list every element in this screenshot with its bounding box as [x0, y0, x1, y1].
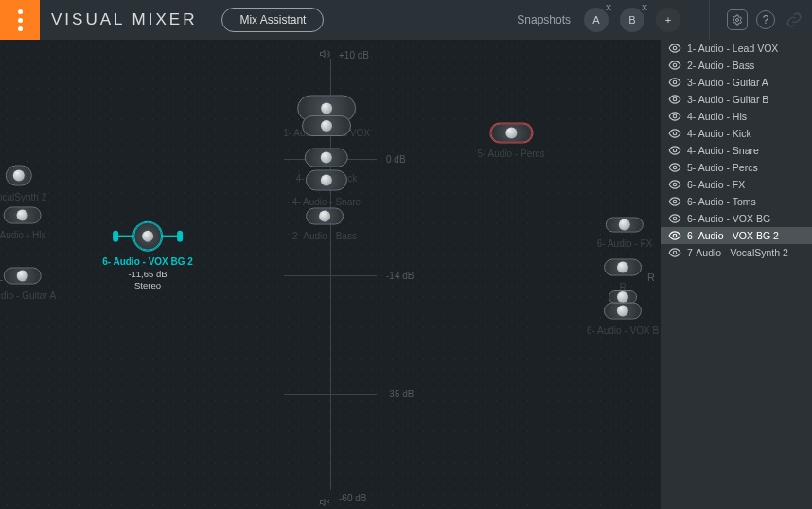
mixer-node-fx[interactable]: 6- Audio - FX: [597, 218, 652, 249]
header-bar: VISUAL MIXER Mix Assistant Snapshots A X…: [0, 0, 812, 40]
mixer-node-guitar-a[interactable]: Audio - Guitar A: [0, 268, 56, 301]
add-snapshot-button[interactable]: +: [656, 8, 680, 32]
mixer-node-label: VocalSynth 2: [0, 192, 46, 202]
visibility-toggle-icon[interactable]: [668, 178, 681, 191]
snapshot-a-close-icon[interactable]: X: [603, 2, 614, 13]
visibility-toggle-icon[interactable]: [668, 59, 681, 72]
track-name-label: 2- Audio - Bass: [687, 60, 754, 71]
track-list-panel: 1- Audio - Lead VOX2- Audio - Bass3- Aud…: [661, 40, 812, 509]
track-name-label: 4- Audio - Hls: [687, 111, 747, 122]
mixer-node-label: 2- Audio - Bass: [292, 231, 357, 241]
snapshots-label: Snapshots: [517, 13, 571, 26]
visibility-toggle-icon[interactable]: [668, 229, 681, 242]
gain-tick-label: -60 dB: [339, 493, 366, 503]
link-icon: [786, 11, 803, 28]
mixer-node-label: 4- Audio - Snare: [292, 197, 361, 207]
mixer-node-puck[interactable]: [606, 218, 644, 233]
track-name-label: 3- Audio - Guitar B: [687, 94, 768, 105]
track-list-item[interactable]: 6- Audio - VOX BG: [661, 210, 812, 227]
track-list-item[interactable]: 4- Audio - Hls: [661, 108, 812, 125]
mixer-node-puck[interactable]: [133, 222, 162, 251]
svg-point-10: [673, 166, 677, 169]
mixer-node-label: 6- Audio - VOX BG 2: [102, 256, 193, 267]
speaker-mute-icon: [318, 497, 331, 509]
track-list-item[interactable]: 3- Audio - Guitar B: [661, 91, 812, 108]
svg-point-13: [673, 217, 677, 220]
mixer-node-vox-bg-2[interactable]: 6- Audio - VOX BG 2-11,65 dBStereo: [102, 222, 193, 291]
visibility-toggle-icon[interactable]: [668, 144, 681, 157]
track-name-label: 3- Audio - Guitar A: [687, 77, 768, 88]
mixer-node-puck[interactable]: [4, 268, 42, 285]
mixer-node-puck[interactable]: [4, 207, 42, 224]
visibility-toggle-icon[interactable]: [668, 161, 681, 174]
track-list-item[interactable]: 7-Audio - VocalSynth 2: [661, 244, 812, 261]
visibility-toggle-icon[interactable]: [668, 246, 681, 259]
visibility-toggle-icon[interactable]: [668, 42, 681, 55]
mixer-node-puck[interactable]: [302, 115, 351, 136]
visibility-toggle-icon[interactable]: [668, 93, 681, 106]
track-list-item[interactable]: 2- Audio - Bass: [661, 57, 812, 74]
svg-point-4: [673, 63, 677, 67]
mixer-node-puck[interactable]: [604, 303, 642, 320]
svg-point-15: [673, 251, 677, 254]
mixer-node-vocalsynth2[interactable]: VocalSynth 2: [0, 166, 46, 202]
track-list-item[interactable]: 6- Audio - FX: [661, 176, 812, 193]
track-list-item[interactable]: 4- Audio - Kick: [661, 125, 812, 142]
mixer-node-percs[interactable]: 5- Audio - Percs: [477, 124, 544, 159]
mixer-node-puck[interactable]: [604, 259, 642, 276]
snapshot-b-button[interactable]: B X: [620, 8, 644, 32]
track-name-label: 1- Audio - Lead VOX: [687, 43, 778, 54]
mixer-node-hls[interactable]: [302, 115, 351, 138]
track-list-item[interactable]: 6- Audio - VOX BG 2: [661, 227, 812, 244]
svg-point-14: [673, 234, 677, 237]
visibility-toggle-icon[interactable]: [668, 76, 681, 89]
track-name-label: 6- Audio - VOX BG 2: [687, 230, 779, 241]
svg-point-7: [673, 114, 677, 118]
mixer-node-label: Audio - Hls: [0, 230, 45, 240]
help-button[interactable]: ?: [755, 9, 776, 30]
svg-point-9: [673, 149, 677, 152]
mix-assistant-button[interactable]: Mix Assistant: [221, 8, 324, 32]
gain-tick-label: -35 dB: [386, 389, 414, 399]
snapshot-b-close-icon[interactable]: X: [639, 2, 650, 13]
svg-point-6: [673, 97, 677, 101]
mixer-canvas[interactable]: +10 dB0 dB-14 dB-35 dB-60 dB L R 1- Audi…: [0, 40, 661, 509]
help-icon: ?: [756, 10, 775, 29]
settings-button[interactable]: [727, 9, 748, 30]
gear-icon: [732, 13, 743, 26]
svg-point-0: [736, 19, 739, 22]
track-list-item[interactable]: 5- Audio - Percs: [661, 159, 812, 176]
snapshot-a-button[interactable]: A X: [584, 8, 609, 32]
track-name-label: 7-Audio - VocalSynth 2: [687, 247, 788, 258]
stereo-width-handle[interactable]: [115, 236, 180, 237]
mixer-node-hls2[interactable]: Audio - Hls: [0, 207, 45, 240]
mixer-node-puck[interactable]: [490, 124, 532, 143]
track-list-item[interactable]: 6- Audio - Toms: [661, 193, 812, 210]
track-name-label: 6- Audio - FX: [687, 179, 745, 190]
visibility-toggle-icon[interactable]: [668, 127, 681, 140]
mixer-node-puck[interactable]: [306, 208, 344, 225]
track-list-item[interactable]: 4- Audio - Snare: [661, 142, 812, 159]
mixer-node-snare[interactable]: 4- Audio - Snare: [292, 170, 361, 207]
mixer-node-label: 6- Audio - VOX B: [587, 325, 659, 336]
mixer-node-vox-bg[interactable]: 6- Audio - VOX B: [587, 303, 659, 336]
track-list-item[interactable]: 3- Audio - Guitar A: [661, 74, 812, 91]
svg-point-11: [673, 183, 677, 186]
gain-tick-label: 0 dB: [386, 154, 406, 165]
mixer-node-r-node[interactable]: R: [604, 259, 642, 292]
mixer-node-bass[interactable]: 2- Audio - Bass: [292, 208, 357, 241]
visibility-toggle-icon[interactable]: [668, 110, 681, 123]
mixer-node-puck[interactable]: [306, 170, 347, 191]
svg-point-12: [673, 200, 677, 203]
mixer-node-puck[interactable]: [6, 166, 32, 186]
track-name-label: 4- Audio - Kick: [687, 128, 751, 139]
visibility-toggle-icon[interactable]: [668, 212, 681, 225]
speaker-max-icon: [318, 48, 331, 62]
svg-point-8: [673, 132, 677, 135]
track-name-label: 5- Audio - Percs: [687, 162, 758, 173]
link-button[interactable]: [784, 9, 804, 30]
mixer-node-puck[interactable]: [305, 149, 348, 167]
visibility-toggle-icon[interactable]: [668, 195, 681, 208]
track-name-label: 6- Audio - Toms: [687, 196, 756, 207]
track-list-item[interactable]: 1- Audio - Lead VOX: [661, 40, 812, 57]
